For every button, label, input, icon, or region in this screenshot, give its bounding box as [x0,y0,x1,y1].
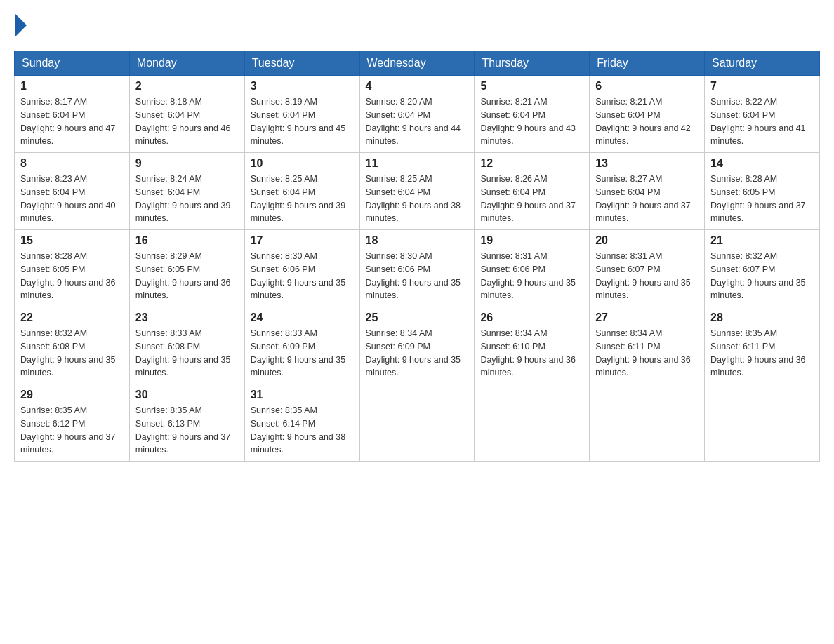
day-number: 21 [710,234,814,247]
calendar-cell: 11Sunrise: 8:25 AMSunset: 6:04 PMDayligh… [359,153,475,230]
day-number: 2 [135,80,239,93]
day-info: Sunrise: 8:34 AMSunset: 6:11 PMDaylight:… [595,327,699,380]
calendar-cell: 20Sunrise: 8:31 AMSunset: 6:07 PMDayligh… [590,230,705,307]
day-header-wednesday: Wednesday [359,51,475,76]
calendar-cell: 18Sunrise: 8:30 AMSunset: 6:06 PMDayligh… [359,230,475,307]
calendar-week-row: 15Sunrise: 8:28 AMSunset: 6:05 PMDayligh… [15,230,820,307]
calendar-cell: 2Sunrise: 8:18 AMSunset: 6:04 PMDaylight… [129,76,244,153]
calendar-week-row: 1Sunrise: 8:17 AMSunset: 6:04 PMDaylight… [15,76,820,153]
day-info: Sunrise: 8:21 AMSunset: 6:04 PMDaylight:… [480,95,583,148]
calendar-cell: 28Sunrise: 8:35 AMSunset: 6:11 PMDayligh… [705,307,820,384]
calendar-cell: 30Sunrise: 8:35 AMSunset: 6:13 PMDayligh… [129,384,244,462]
day-number: 17 [251,234,354,247]
day-info: Sunrise: 8:31 AMSunset: 6:06 PMDaylight:… [480,250,583,302]
calendar-cell: 5Sunrise: 8:21 AMSunset: 6:04 PMDaylight… [475,76,590,153]
day-number: 3 [251,80,354,93]
calendar-cell: 29Sunrise: 8:35 AMSunset: 6:12 PMDayligh… [15,384,130,462]
day-info: Sunrise: 8:35 AMSunset: 6:12 PMDaylight:… [20,404,124,457]
calendar-cell: 1Sunrise: 8:17 AMSunset: 6:04 PMDaylight… [15,76,130,153]
day-number: 16 [135,234,239,247]
day-number: 24 [251,311,354,324]
day-info: Sunrise: 8:26 AMSunset: 6:04 PMDaylight:… [480,173,583,225]
day-info: Sunrise: 8:17 AMSunset: 6:04 PMDaylight:… [20,95,124,148]
calendar-table: SundayMondayTuesdayWednesdayThursdayFrid… [14,51,820,462]
day-info: Sunrise: 8:34 AMSunset: 6:09 PMDaylight:… [366,327,469,380]
calendar-cell: 17Sunrise: 8:30 AMSunset: 6:06 PMDayligh… [244,230,359,307]
day-number: 6 [595,80,699,93]
day-info: Sunrise: 8:32 AMSunset: 6:08 PMDaylight:… [20,327,124,380]
calendar-cell [475,384,590,462]
day-number: 5 [480,80,583,93]
day-number: 20 [595,234,699,247]
day-number: 18 [366,234,469,247]
day-number: 9 [135,157,239,170]
day-number: 28 [710,311,814,324]
calendar-cell: 7Sunrise: 8:22 AMSunset: 6:04 PMDaylight… [705,76,820,153]
day-info: Sunrise: 8:34 AMSunset: 6:10 PMDaylight:… [480,327,583,380]
day-number: 26 [480,311,583,324]
day-header-friday: Friday [590,51,705,76]
calendar-cell: 4Sunrise: 8:20 AMSunset: 6:04 PMDaylight… [359,76,475,153]
page-header [14,14,820,36]
day-number: 14 [710,157,814,170]
day-number: 10 [251,157,354,170]
day-header-thursday: Thursday [475,51,590,76]
calendar-cell: 16Sunrise: 8:29 AMSunset: 6:05 PMDayligh… [129,230,244,307]
calendar-cell: 6Sunrise: 8:21 AMSunset: 6:04 PMDaylight… [590,76,705,153]
day-number: 12 [480,157,583,170]
calendar-cell: 19Sunrise: 8:31 AMSunset: 6:06 PMDayligh… [475,230,590,307]
day-number: 31 [251,389,354,401]
day-number: 25 [366,311,469,324]
calendar-cell: 8Sunrise: 8:23 AMSunset: 6:04 PMDaylight… [15,153,130,230]
day-number: 8 [20,157,124,170]
day-header-monday: Monday [129,51,244,76]
calendar-cell: 9Sunrise: 8:24 AMSunset: 6:04 PMDaylight… [129,153,244,230]
day-number: 27 [595,311,699,324]
day-info: Sunrise: 8:33 AMSunset: 6:08 PMDaylight:… [135,327,239,380]
calendar-cell: 22Sunrise: 8:32 AMSunset: 6:08 PMDayligh… [15,307,130,384]
calendar-cell [705,384,820,462]
calendar-cell: 21Sunrise: 8:32 AMSunset: 6:07 PMDayligh… [705,230,820,307]
day-info: Sunrise: 8:25 AMSunset: 6:04 PMDaylight:… [366,173,469,225]
day-info: Sunrise: 8:19 AMSunset: 6:04 PMDaylight:… [251,95,354,148]
day-info: Sunrise: 8:21 AMSunset: 6:04 PMDaylight:… [595,95,699,148]
logo-arrow-icon [15,14,27,36]
day-number: 19 [480,234,583,247]
day-info: Sunrise: 8:30 AMSunset: 6:06 PMDaylight:… [251,250,354,302]
calendar-week-row: 29Sunrise: 8:35 AMSunset: 6:12 PMDayligh… [15,384,820,462]
day-number: 22 [20,311,124,324]
day-header-tuesday: Tuesday [244,51,359,76]
calendar-week-row: 22Sunrise: 8:32 AMSunset: 6:08 PMDayligh… [15,307,820,384]
day-number: 4 [366,80,469,93]
calendar-cell [590,384,705,462]
day-info: Sunrise: 8:28 AMSunset: 6:05 PMDaylight:… [710,173,814,225]
calendar-cell: 23Sunrise: 8:33 AMSunset: 6:08 PMDayligh… [129,307,244,384]
day-info: Sunrise: 8:20 AMSunset: 6:04 PMDaylight:… [366,95,469,148]
day-number: 1 [20,80,124,93]
calendar-cell: 24Sunrise: 8:33 AMSunset: 6:09 PMDayligh… [244,307,359,384]
day-info: Sunrise: 8:30 AMSunset: 6:06 PMDaylight:… [366,250,469,302]
day-number: 15 [20,234,124,247]
day-info: Sunrise: 8:31 AMSunset: 6:07 PMDaylight:… [595,250,699,302]
calendar-cell: 31Sunrise: 8:35 AMSunset: 6:14 PMDayligh… [244,384,359,462]
day-info: Sunrise: 8:32 AMSunset: 6:07 PMDaylight:… [710,250,814,302]
calendar-week-row: 8Sunrise: 8:23 AMSunset: 6:04 PMDaylight… [15,153,820,230]
calendar-cell: 12Sunrise: 8:26 AMSunset: 6:04 PMDayligh… [475,153,590,230]
logo [14,14,28,36]
day-header-saturday: Saturday [705,51,820,76]
day-info: Sunrise: 8:24 AMSunset: 6:04 PMDaylight:… [135,173,239,225]
day-info: Sunrise: 8:35 AMSunset: 6:14 PMDaylight:… [251,404,354,457]
day-info: Sunrise: 8:35 AMSunset: 6:11 PMDaylight:… [710,327,814,380]
day-info: Sunrise: 8:25 AMSunset: 6:04 PMDaylight:… [251,173,354,225]
day-info: Sunrise: 8:22 AMSunset: 6:04 PMDaylight:… [710,95,814,148]
day-number: 29 [20,389,124,401]
day-header-sunday: Sunday [15,51,130,76]
day-number: 23 [135,311,239,324]
day-info: Sunrise: 8:28 AMSunset: 6:05 PMDaylight:… [20,250,124,302]
day-info: Sunrise: 8:35 AMSunset: 6:13 PMDaylight:… [135,404,239,457]
day-number: 7 [710,80,814,93]
calendar-cell: 26Sunrise: 8:34 AMSunset: 6:10 PMDayligh… [475,307,590,384]
calendar-cell: 27Sunrise: 8:34 AMSunset: 6:11 PMDayligh… [590,307,705,384]
calendar-cell: 13Sunrise: 8:27 AMSunset: 6:04 PMDayligh… [590,153,705,230]
day-info: Sunrise: 8:18 AMSunset: 6:04 PMDaylight:… [135,95,239,148]
